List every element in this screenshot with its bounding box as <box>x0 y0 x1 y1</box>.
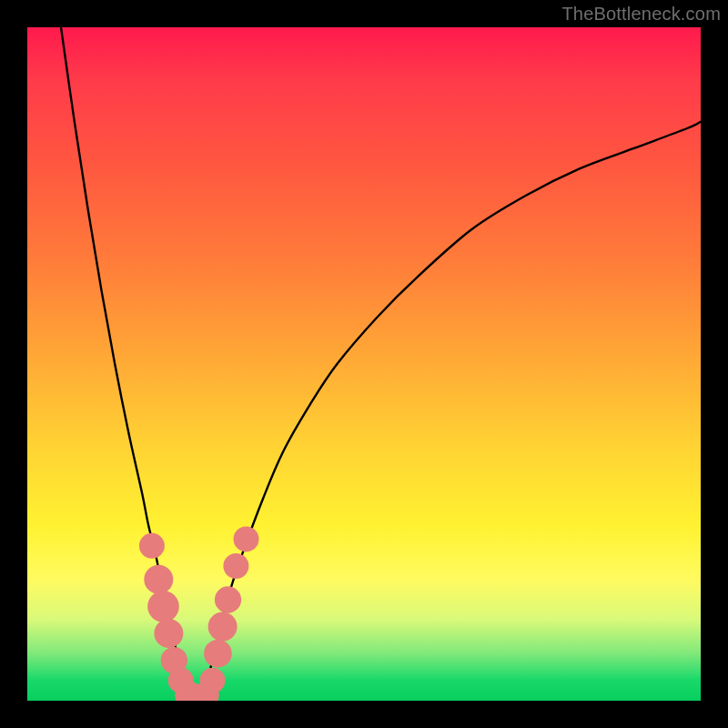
data-marker <box>234 526 259 551</box>
data-markers <box>139 526 259 701</box>
chart-frame: TheBottleneck.com <box>0 0 728 728</box>
data-marker <box>154 619 183 648</box>
chart-svg <box>27 27 701 701</box>
watermark-text: TheBottleneck.com <box>561 4 721 25</box>
plot-area <box>27 27 701 701</box>
data-marker <box>204 640 232 668</box>
data-marker <box>223 553 248 579</box>
curve-right-branch <box>202 122 701 701</box>
data-marker <box>200 668 226 693</box>
data-marker <box>144 565 173 594</box>
data-marker <box>208 612 238 642</box>
data-marker <box>147 591 179 622</box>
data-marker <box>215 586 241 612</box>
data-marker <box>139 533 165 559</box>
